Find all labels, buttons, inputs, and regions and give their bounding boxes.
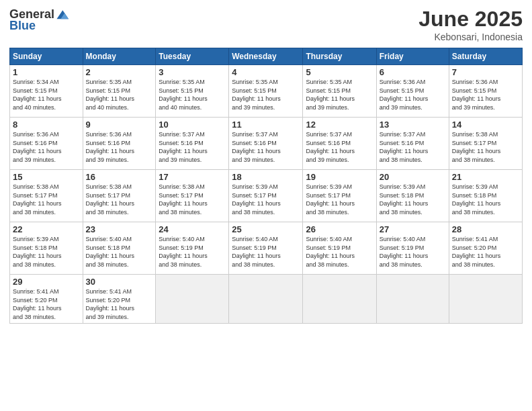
table-row: [449, 275, 522, 324]
day-number: 2: [86, 67, 153, 77]
day-info: Sunrise: 5:35 AM Sunset: 5:15 PM Dayligh…: [306, 78, 373, 111]
day-number: 22: [13, 224, 80, 234]
logo-icon: [56, 7, 71, 21]
day-number: 6: [380, 67, 446, 77]
day-number: 17: [159, 172, 226, 182]
table-row: 8Sunrise: 5:36 AM Sunset: 5:16 PM Daylig…: [10, 118, 83, 170]
day-info: Sunrise: 5:35 AM Sunset: 5:15 PM Dayligh…: [232, 78, 300, 111]
day-info: Sunrise: 5:37 AM Sunset: 5:16 PM Dayligh…: [380, 130, 446, 164]
table-row: [156, 275, 229, 324]
table-row: 16Sunrise: 5:38 AM Sunset: 5:17 PM Dayli…: [83, 170, 156, 222]
day-number: 26: [306, 224, 373, 234]
table-row: 27Sunrise: 5:40 AM Sunset: 5:19 PM Dayli…: [376, 222, 449, 275]
day-number: 14: [452, 120, 519, 130]
logo: General Blue: [9, 7, 71, 33]
table-row: 20Sunrise: 5:39 AM Sunset: 5:18 PM Dayli…: [376, 170, 449, 222]
day-number: 12: [306, 120, 373, 130]
month-title: June 2025: [418, 7, 523, 32]
day-number: 28: [452, 224, 519, 234]
day-info: Sunrise: 5:39 AM Sunset: 5:17 PM Dayligh…: [306, 183, 373, 216]
day-number: 15: [13, 172, 80, 182]
table-row: 26Sunrise: 5:40 AM Sunset: 5:19 PM Dayli…: [303, 222, 376, 275]
day-info: Sunrise: 5:34 AM Sunset: 5:15 PM Dayligh…: [13, 78, 80, 111]
col-thursday: Thursday: [303, 48, 376, 65]
day-info: Sunrise: 5:41 AM Sunset: 5:20 PM Dayligh…: [452, 235, 519, 269]
table-row: 3Sunrise: 5:35 AM Sunset: 5:15 PM Daylig…: [156, 65, 229, 118]
day-info: Sunrise: 5:37 AM Sunset: 5:16 PM Dayligh…: [159, 130, 226, 164]
table-row: 6Sunrise: 5:36 AM Sunset: 5:15 PM Daylig…: [376, 65, 449, 118]
col-tuesday: Tuesday: [156, 48, 229, 65]
day-number: 16: [86, 172, 153, 182]
day-info: Sunrise: 5:38 AM Sunset: 5:17 PM Dayligh…: [86, 183, 153, 216]
table-row: 28Sunrise: 5:41 AM Sunset: 5:20 PM Dayli…: [449, 222, 522, 275]
day-number: 19: [306, 172, 373, 182]
table-row: 5Sunrise: 5:35 AM Sunset: 5:15 PM Daylig…: [303, 65, 376, 118]
table-row: 11Sunrise: 5:37 AM Sunset: 5:16 PM Dayli…: [229, 118, 303, 170]
day-number: 13: [380, 120, 446, 130]
table-row: 18Sunrise: 5:39 AM Sunset: 5:17 PM Dayli…: [229, 170, 303, 222]
day-number: 23: [86, 224, 153, 234]
col-sunday: Sunday: [10, 48, 83, 65]
table-row: [303, 275, 376, 324]
table-row: 7Sunrise: 5:36 AM Sunset: 5:15 PM Daylig…: [449, 65, 522, 118]
day-info: Sunrise: 5:40 AM Sunset: 5:19 PM Dayligh…: [306, 235, 373, 269]
day-number: 10: [159, 120, 226, 130]
day-info: Sunrise: 5:37 AM Sunset: 5:16 PM Dayligh…: [232, 130, 300, 164]
day-number: 1: [13, 67, 80, 77]
day-info: Sunrise: 5:40 AM Sunset: 5:18 PM Dayligh…: [86, 235, 153, 269]
day-number: 30: [86, 277, 153, 287]
table-row: 9Sunrise: 5:36 AM Sunset: 5:16 PM Daylig…: [83, 118, 156, 170]
day-info: Sunrise: 5:40 AM Sunset: 5:19 PM Dayligh…: [380, 235, 446, 269]
col-friday: Friday: [376, 48, 449, 65]
day-number: 4: [232, 67, 300, 77]
day-number: 18: [232, 172, 300, 182]
table-row: 17Sunrise: 5:38 AM Sunset: 5:17 PM Dayli…: [156, 170, 229, 222]
day-info: Sunrise: 5:36 AM Sunset: 5:16 PM Dayligh…: [13, 130, 80, 164]
day-number: 11: [232, 120, 300, 130]
day-info: Sunrise: 5:39 AM Sunset: 5:18 PM Dayligh…: [13, 235, 80, 269]
table-row: 29Sunrise: 5:41 AM Sunset: 5:20 PM Dayli…: [10, 275, 83, 324]
table-row: 30Sunrise: 5:41 AM Sunset: 5:20 PM Dayli…: [83, 275, 156, 324]
day-info: Sunrise: 5:41 AM Sunset: 5:20 PM Dayligh…: [86, 287, 153, 321]
day-number: 29: [13, 277, 80, 287]
table-row: 2Sunrise: 5:35 AM Sunset: 5:15 PM Daylig…: [83, 65, 156, 118]
day-number: 21: [452, 172, 519, 182]
table-row: 21Sunrise: 5:39 AM Sunset: 5:18 PM Dayli…: [449, 170, 522, 222]
day-info: Sunrise: 5:38 AM Sunset: 5:17 PM Dayligh…: [452, 130, 519, 164]
table-row: 4Sunrise: 5:35 AM Sunset: 5:15 PM Daylig…: [229, 65, 303, 118]
table-row: 25Sunrise: 5:40 AM Sunset: 5:19 PM Dayli…: [229, 222, 303, 275]
table-row: 14Sunrise: 5:38 AM Sunset: 5:17 PM Dayli…: [449, 118, 522, 170]
day-info: Sunrise: 5:38 AM Sunset: 5:17 PM Dayligh…: [13, 183, 80, 216]
day-info: Sunrise: 5:38 AM Sunset: 5:17 PM Dayligh…: [159, 183, 226, 216]
day-number: 25: [232, 224, 300, 234]
day-info: Sunrise: 5:40 AM Sunset: 5:19 PM Dayligh…: [232, 235, 300, 269]
table-row: 1Sunrise: 5:34 AM Sunset: 5:15 PM Daylig…: [10, 65, 83, 118]
day-number: 27: [380, 224, 446, 234]
day-info: Sunrise: 5:37 AM Sunset: 5:16 PM Dayligh…: [306, 130, 373, 164]
day-info: Sunrise: 5:36 AM Sunset: 5:16 PM Dayligh…: [86, 130, 153, 164]
day-number: 9: [86, 120, 153, 130]
col-monday: Monday: [83, 48, 156, 65]
day-info: Sunrise: 5:35 AM Sunset: 5:15 PM Dayligh…: [86, 78, 153, 111]
table-row: 10Sunrise: 5:37 AM Sunset: 5:16 PM Dayli…: [156, 118, 229, 170]
table-row: 13Sunrise: 5:37 AM Sunset: 5:16 PM Dayli…: [376, 118, 449, 170]
day-info: Sunrise: 5:41 AM Sunset: 5:20 PM Dayligh…: [13, 287, 80, 321]
calendar-table: Sunday Monday Tuesday Wednesday Thursday…: [9, 48, 523, 324]
day-number: 20: [380, 172, 446, 182]
location: Kebonsari, Indonesia: [418, 32, 523, 42]
page: General Blue June 2025 Kebonsari, Indone…: [0, 0, 532, 411]
day-info: Sunrise: 5:40 AM Sunset: 5:19 PM Dayligh…: [159, 235, 226, 269]
day-info: Sunrise: 5:39 AM Sunset: 5:17 PM Dayligh…: [232, 183, 300, 216]
table-row: [376, 275, 449, 324]
table-row: [229, 275, 303, 324]
day-info: Sunrise: 5:36 AM Sunset: 5:15 PM Dayligh…: [452, 78, 519, 111]
header: General Blue June 2025 Kebonsari, Indone…: [9, 7, 523, 42]
title-block: June 2025 Kebonsari, Indonesia: [418, 7, 523, 42]
day-info: Sunrise: 5:35 AM Sunset: 5:15 PM Dayligh…: [159, 78, 226, 111]
table-row: 19Sunrise: 5:39 AM Sunset: 5:17 PM Dayli…: [303, 170, 376, 222]
day-number: 5: [306, 67, 373, 77]
col-wednesday: Wednesday: [229, 48, 303, 65]
table-row: 15Sunrise: 5:38 AM Sunset: 5:17 PM Dayli…: [10, 170, 83, 222]
table-row: 22Sunrise: 5:39 AM Sunset: 5:18 PM Dayli…: [10, 222, 83, 275]
day-number: 8: [13, 120, 80, 130]
